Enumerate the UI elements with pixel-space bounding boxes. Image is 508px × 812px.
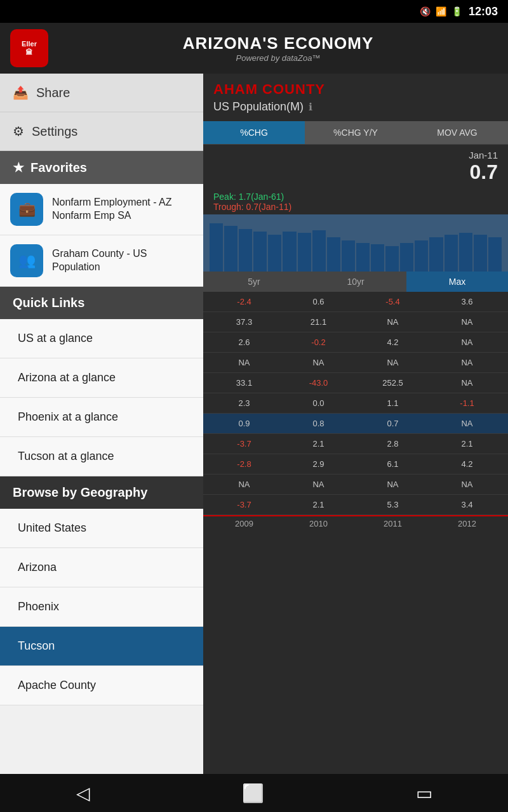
table-cell: 2.8 <box>356 439 430 449</box>
table-cell: 2.9 <box>281 459 356 469</box>
status-bar: 🔇 📶 🔋 12:03 <box>0 0 508 23</box>
back-button[interactable]: ◁ <box>76 783 90 804</box>
period-5yr[interactable]: 5yr <box>203 272 305 292</box>
quick-link-us[interactable]: US at a glance <box>0 319 203 358</box>
battery-icon: 🔋 <box>451 6 462 16</box>
us-glance-label: US at a glance <box>18 332 93 344</box>
arizona-label: Arizona <box>18 561 57 573</box>
quick-link-tucson[interactable]: Tucson at a glance <box>0 437 203 476</box>
table-cell: 0.0 <box>281 398 356 408</box>
quick-link-phoenix[interactable]: Phoenix at a glance <box>0 398 203 437</box>
period-10yr-label: 10yr <box>347 277 364 287</box>
data-table: -2.40.6-5.43.637.321.1NANA2.6-0.24.2NANA… <box>203 292 508 515</box>
table-row: 37.321.1NANA <box>203 312 508 332</box>
share-menu-item[interactable]: 📤 Share <box>0 74 203 112</box>
app-subtitle: Powered by dataZoa™ <box>58 53 498 63</box>
recent-icon: ▭ <box>416 783 432 803</box>
nonfarm-label: Nonfarm Employment - AZ Nonfarm Emp SA <box>52 196 193 223</box>
peak-label: Peak: 1.7(Jan-61) <box>213 192 498 202</box>
recent-button[interactable]: ▭ <box>416 783 432 804</box>
logo-text: Eller 🏛 <box>22 40 37 56</box>
briefcase-icon: 💼 <box>18 201 36 218</box>
az-glance-label: Arizona at a glance <box>18 371 116 384</box>
geo-united-states[interactable]: United States <box>0 509 203 548</box>
period-10yr[interactable]: 10yr <box>305 272 406 292</box>
tab-pctchgy[interactable]: %CHG Y/Y <box>305 121 406 144</box>
table-cell: 2.1 <box>281 500 356 509</box>
chart-bar <box>210 223 223 272</box>
county-title: AHAM COUNTY <box>213 81 498 98</box>
status-time: 12:03 <box>469 5 498 18</box>
table-cell: 2.1 <box>281 439 356 449</box>
table-cell: 4.2 <box>356 337 430 347</box>
mute-icon: 🔇 <box>420 6 431 16</box>
graham-label: Graham County - US Population <box>52 247 193 274</box>
tucson-glance-label: Tucson at a glance <box>18 450 114 462</box>
tab-pctchg[interactable]: %CHG <box>203 121 305 144</box>
table-cell: NA <box>356 317 430 327</box>
table-cell: -43.0 <box>281 378 356 388</box>
home-button[interactable]: ⬜ <box>242 783 264 804</box>
home-icon: ⬜ <box>242 783 264 803</box>
settings-menu-item[interactable]: ⚙ Settings <box>0 112 203 151</box>
nonfarm-icon-box: 💼 <box>10 193 43 226</box>
table-row: -3.72.12.82.1 <box>203 434 508 454</box>
favorite-item-graham[interactable]: 👥 Graham County - US Population <box>0 235 203 287</box>
chart-bar <box>429 237 443 272</box>
table-cell: NA <box>356 480 430 489</box>
favorites-label: Favorites <box>30 160 87 175</box>
us-label: United States <box>18 521 86 534</box>
table-cell: NA <box>281 358 356 367</box>
table-cell: 0.6 <box>281 297 356 306</box>
chart-bar <box>327 237 340 272</box>
tab-movavg[interactable]: MOV AVG <box>406 121 508 144</box>
chart-bar <box>488 237 502 272</box>
table-row: 0.90.80.7NA <box>203 414 508 434</box>
chart-bar <box>371 244 384 272</box>
period-max[interactable]: Max <box>406 272 508 292</box>
table-cell: 5.3 <box>356 500 430 509</box>
status-icons: 🔇 📶 🔋 <box>420 6 462 16</box>
chart-bar <box>356 243 370 272</box>
info-icon[interactable]: ℹ <box>309 101 312 113</box>
table-cell: NA <box>281 480 356 489</box>
stat-value: 0.7 <box>213 160 498 184</box>
geo-phoenix[interactable]: Phoenix <box>0 587 203 627</box>
app-title: ARIZONA'S ECONOMY <box>58 34 498 53</box>
table-cell: -0.2 <box>281 337 356 347</box>
app-logo: Eller 🏛 <box>10 29 48 67</box>
quick-links-label: Quick Links <box>13 296 84 310</box>
app-header: Eller 🏛 ARIZONA'S ECONOMY Powered by dat… <box>0 23 508 74</box>
table-cell: -2.8 <box>207 459 281 469</box>
chart-bar <box>239 229 252 272</box>
browse-geo-label: Browse by Geography <box>13 485 147 499</box>
geo-tucson[interactable]: Tucson <box>0 627 203 666</box>
table-row: 2.6-0.24.2NA <box>203 332 508 353</box>
table-cell: NA <box>207 480 281 489</box>
table-row: 33.1-43.0252.5NA <box>203 373 508 393</box>
stat-date: Jan-11 <box>213 150 498 160</box>
table-cell: NA <box>430 358 504 367</box>
stats-display: Jan-11 0.7 <box>203 145 508 189</box>
share-icon: 📤 <box>13 85 29 100</box>
favorite-item-nonfarm[interactable]: 💼 Nonfarm Employment - AZ Nonfarm Emp SA <box>0 184 203 235</box>
table-cell: 2.3 <box>207 398 281 408</box>
table-cell: NA <box>430 480 504 489</box>
geo-arizona[interactable]: Arizona <box>0 548 203 587</box>
geo-apache[interactable]: Apache County <box>0 666 203 705</box>
table-cell: 252.5 <box>356 378 430 388</box>
people-icon: 👥 <box>18 252 36 269</box>
main-area: 📤 Share ⚙ Settings ★ Favorites 💼 Nonfarm… <box>0 74 508 774</box>
browse-geo-header: Browse by Geography <box>0 476 203 509</box>
table-cell: NA <box>430 419 504 428</box>
chart-bar <box>268 235 281 272</box>
chart-header: AHAM COUNTY US Population(M) ℹ <box>203 74 508 121</box>
year-2012: 2012 <box>430 519 504 528</box>
quick-link-arizona[interactable]: Arizona at a glance <box>0 358 203 398</box>
phoenix-label: Phoenix <box>18 600 59 613</box>
table-cell: 3.6 <box>430 297 504 306</box>
trough-label: Trough: 0.7(Jan-11) <box>213 202 498 212</box>
wifi-icon: 📶 <box>436 6 446 16</box>
quick-links-header: Quick Links <box>0 287 203 319</box>
table-cell: 2.6 <box>207 337 281 347</box>
